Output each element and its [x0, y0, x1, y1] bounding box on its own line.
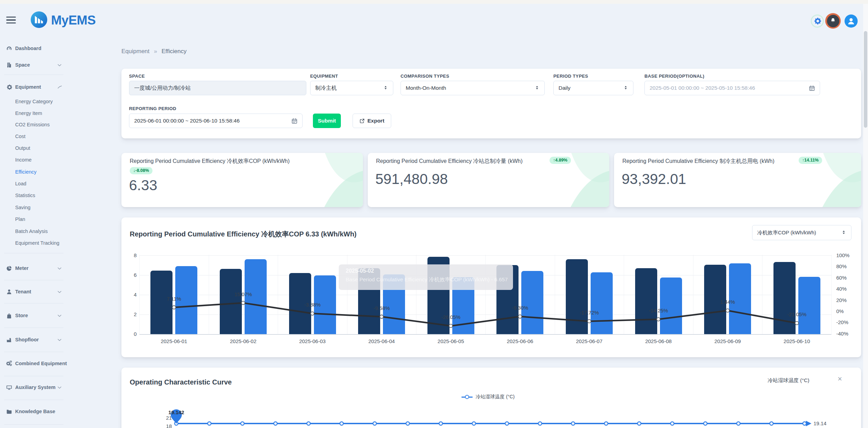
curve-marker[interactable] — [406, 422, 410, 425]
bell-glyph — [827, 15, 839, 27]
y-axis-tick-right: 80% — [836, 263, 847, 269]
sidebar-item-equipment[interactable]: Equipment — [0, 82, 68, 92]
comparison-value: Month-On-Month — [406, 85, 446, 91]
filter-panel: SPACE 一度城/公用动力/制冷站 EQUIPMENT 制冷主机 COMPAR… — [121, 69, 861, 138]
increment-rate-label: -14.25% — [636, 308, 681, 313]
curve-marker[interactable] — [704, 422, 707, 425]
submit-button[interactable]: Submit — [313, 114, 341, 128]
calendar-icon — [809, 85, 815, 91]
sidebar-divider — [4, 280, 63, 280]
y-axis-tick-right: 0% — [836, 308, 844, 314]
reporting-period-input[interactable]: 2025-06-01 00:00:00 ~ 2025-06-10 15:58:4… — [129, 114, 303, 128]
gear-icon — [6, 84, 12, 90]
sidebar-subitem-energy-item[interactable]: Energy Item — [0, 108, 68, 118]
sidebar-subitem-co2-emissions[interactable]: CO2 Emissions — [0, 120, 68, 129]
curve-legend[interactable]: 冷站湿球温度 (°C) — [462, 394, 515, 400]
line-marker[interactable] — [311, 312, 314, 315]
sidebar-subitem-label: Load — [15, 181, 26, 186]
sidebar-item-shopfloor[interactable]: Shopfloor — [0, 334, 68, 345]
gauge-icon — [6, 46, 12, 51]
curve-marker[interactable] — [208, 422, 211, 425]
curve-marker[interactable] — [538, 422, 542, 425]
curve-marker[interactable] — [439, 422, 443, 425]
sidebar-divider — [4, 303, 63, 303]
curve-marker[interactable] — [803, 422, 806, 425]
base-period-input[interactable]: 2025-05-01 00:00:00 ~ 2025-05-10 15:58:4… — [644, 81, 820, 95]
equipment-select[interactable]: 制冷主机 — [310, 81, 393, 95]
scrollbar-thumb[interactable] — [864, 31, 867, 128]
curve-marker[interactable] — [505, 422, 509, 425]
sidebar-item-meter[interactable]: Meter — [0, 263, 68, 273]
sidebar-item-dashboard[interactable]: Dashboard — [0, 43, 68, 54]
user-avatar[interactable] — [845, 14, 858, 28]
curve-marker[interactable] — [604, 422, 608, 425]
sidebar-subitem-output[interactable]: Output — [0, 143, 68, 153]
comparison-types-select[interactable]: Month-On-Month — [401, 81, 545, 95]
period-types-select[interactable]: Daily — [553, 81, 633, 95]
stat-title: Reporting Period Cumulative Efficiency 冷… — [130, 158, 290, 165]
chevron-down-icon — [57, 362, 62, 366]
period-types-label: PERIOD TYPES — [553, 74, 588, 79]
sidebar-item-store[interactable]: Store — [0, 310, 68, 321]
line-marker[interactable] — [657, 318, 660, 321]
curve-marker[interactable] — [571, 422, 575, 425]
breadcrumb-parent[interactable]: Equipment — [121, 48, 149, 55]
chevron-down-icon — [57, 266, 62, 271]
sidebar-subitem-statistics[interactable]: Statistics — [0, 191, 68, 200]
calendar-icon[interactable] — [292, 118, 297, 124]
line-marker[interactable] — [518, 315, 522, 318]
curve-y-tick: 21 — [166, 415, 172, 421]
sidebar-item-knowledge-base[interactable]: Knowledge Base — [0, 406, 68, 417]
sidebar-item-label: Equipment — [15, 84, 41, 90]
sidebar-item-space[interactable]: Space — [0, 60, 68, 70]
curve-marker[interactable] — [671, 422, 674, 425]
curve-marker[interactable] — [472, 422, 476, 425]
settings-gear-icon[interactable] — [811, 14, 824, 28]
line-marker[interactable] — [726, 309, 729, 312]
space-input[interactable]: 一度城/公用动力/制冷站 — [129, 81, 306, 95]
notification-bell-icon[interactable] — [825, 13, 841, 29]
close-icon[interactable]: × — [838, 375, 842, 383]
sidebar-item-auxiliary-system[interactable]: Auxiliary System — [0, 382, 68, 392]
sidebar-subitem-plan[interactable]: Plan — [0, 214, 68, 224]
sidebar-subitem-equipment-tracking[interactable]: Equipment Tracking — [0, 238, 68, 248]
sidebar-subitem-cost[interactable]: Cost — [0, 132, 68, 141]
sidebar-item-tenant[interactable]: Tenant — [0, 286, 68, 297]
x-axis-label: 2025-06-06 — [492, 338, 548, 344]
sidebar-subitem-saving[interactable]: Saving — [0, 203, 68, 212]
curve-marker[interactable] — [770, 422, 773, 425]
line-marker[interactable] — [588, 320, 591, 323]
app-logo[interactable]: MyEMS — [30, 11, 120, 29]
curve-marker[interactable] — [737, 422, 740, 425]
line-marker[interactable] — [172, 306, 176, 309]
gear-icon — [813, 17, 821, 25]
chart-tooltip: 2025-05-02 Base Period Cumulative Effici… — [339, 264, 513, 290]
curve-marker[interactable] — [373, 422, 376, 425]
line-marker[interactable] — [449, 324, 453, 328]
select-arrows-icon — [384, 85, 388, 91]
line-marker[interactable] — [241, 301, 245, 305]
sidebar-subitem-load[interactable]: Load — [0, 179, 68, 188]
curve-marker[interactable] — [274, 422, 277, 425]
sidebar-item-combined-equipment[interactable]: Combined Equipment — [0, 358, 68, 369]
x-axis-label: 2025-06-02 — [216, 338, 271, 344]
x-axis-label: 2025-06-01 — [146, 338, 201, 344]
sidebar-subitem-energy-category[interactable]: Energy Category — [0, 97, 68, 106]
calendar-icon[interactable] — [809, 85, 815, 91]
sidebar-subitem-batch-analysis[interactable]: Batch Analysis — [0, 226, 68, 236]
sidebar-subitem-efficiency[interactable]: Efficiency — [0, 167, 68, 177]
curve-marker[interactable] — [638, 422, 641, 425]
increment-rate-label: -3.88% — [290, 302, 335, 308]
y-axis-tick-right: -20% — [836, 319, 848, 325]
sidebar-subitem-income[interactable]: Income — [0, 155, 68, 165]
curve-marker[interactable] — [307, 422, 310, 425]
export-icon — [359, 118, 365, 124]
stat-value: 93,392.01 — [622, 171, 686, 187]
export-button[interactable]: Export — [353, 114, 391, 128]
line-marker[interactable] — [795, 321, 799, 325]
hamburger-menu-icon[interactable] — [6, 17, 16, 24]
curve-marker[interactable] — [241, 422, 244, 425]
factory-icon — [6, 337, 12, 343]
line-marker[interactable] — [380, 315, 383, 319]
curve-marker[interactable] — [340, 422, 343, 425]
